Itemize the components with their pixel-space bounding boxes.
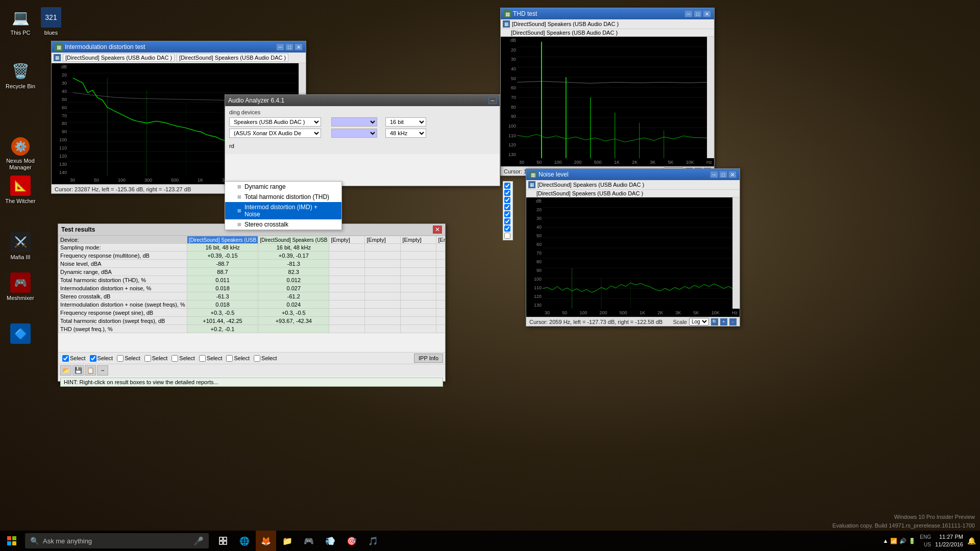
- cb4[interactable]: [504, 204, 510, 210]
- results-save-btn[interactable]: 💾: [72, 365, 84, 375]
- menu-item-dynamic-range[interactable]: ⊞ Dynamic range: [225, 182, 341, 192]
- taskbar-edge-btn[interactable]: 🌐: [234, 531, 255, 551]
- select-cb-2[interactable]: [90, 355, 96, 362]
- select-cb-8[interactable]: [254, 355, 260, 362]
- analyzer-device1-select[interactable]: Speakers (USB Audio DAC ): [229, 117, 321, 127]
- analyzer-rd-row: rd: [229, 143, 496, 149]
- witcher-icon: ⚔️: [10, 232, 31, 252]
- cb1[interactable]: [504, 183, 510, 189]
- select-row: Select Select Select Select Select: [60, 354, 279, 363]
- action-center-btn[interactable]: 🔔: [967, 537, 976, 545]
- cb2[interactable]: [504, 190, 510, 196]
- noise-title: Noise level: [538, 171, 569, 178]
- desktop-icon-blues[interactable]: 321 blues: [33, 5, 69, 38]
- noise-zoomout-btn[interactable]: -: [729, 318, 737, 325]
- cb5[interactable]: [504, 211, 510, 217]
- results-minus-btn[interactable]: −: [97, 365, 108, 375]
- table-row: THD (swept freq.), % +0.2, -0.1 ▦: [59, 325, 446, 333]
- row-dynamic-label: Dynamic range, dBA: [59, 268, 187, 276]
- noise-scrollbar[interactable]: [732, 197, 740, 309]
- svg-rect-43: [7, 536, 11, 540]
- select-label-6[interactable]: Select: [199, 355, 223, 362]
- results-table-container[interactable]: Device: [DirectSound] Speakers (USB [Dir…: [58, 236, 445, 352]
- select-label-1[interactable]: Select: [62, 355, 86, 362]
- select-label-7[interactable]: Select: [226, 355, 250, 362]
- cb8[interactable]: [504, 233, 510, 239]
- ipp-info-btn[interactable]: IPP Info: [414, 354, 443, 363]
- analyzer-device2-select[interactable]: (ASUS Xonar DX Audio De: [229, 129, 321, 138]
- select-label-3[interactable]: Select: [117, 355, 140, 362]
- results-close-btn[interactable]: ✕: [433, 226, 442, 234]
- menu-item-imd[interactable]: ⊞ Intermod distortion (IMD) + Noise: [225, 202, 341, 219]
- thd-x-axis: 30 50 100 200 500 1K 2K 3K 5K 10K Hz: [501, 158, 714, 166]
- analyzer-bits-select[interactable]: 16 bit: [385, 117, 426, 127]
- noise-zoomin-btn[interactable]: +: [720, 318, 727, 325]
- analyzer-minimize-btn[interactable]: ─: [488, 97, 497, 104]
- imd-device1-selector[interactable]: [DirectSound] Speakers (USB Audio DAC ): [63, 54, 175, 62]
- start-button[interactable]: [0, 531, 23, 551]
- imd-close-btn[interactable]: ✕: [295, 43, 303, 51]
- results-open-btn[interactable]: 📂: [60, 365, 71, 375]
- imd-maximize-btn[interactable]: □: [285, 43, 293, 51]
- select-label-8[interactable]: Select: [254, 355, 277, 362]
- select-cb-7[interactable]: [226, 355, 233, 362]
- noise-titlebar[interactable]: ▦ Noise level ─ □ ✕: [526, 169, 740, 180]
- thd-close-btn[interactable]: ✕: [703, 10, 711, 17]
- thd-maximize-btn[interactable]: □: [694, 10, 702, 17]
- desktop-icon-witcher[interactable]: ⚔️ Mafia III: [3, 230, 38, 263]
- row-freq-v2: +0.39, -0.17: [258, 252, 329, 260]
- analyzer-samplerate-select[interactable]: 48 kHz: [385, 129, 426, 138]
- menu-item-crosstalk[interactable]: ⊞ Stereo crosstalk: [225, 219, 341, 230]
- noise-status-bar: Cursor: 2059 Hz, left = -127.73 dB, righ…: [526, 317, 740, 326]
- imd-minimize-btn[interactable]: ─: [276, 43, 284, 51]
- select-label-4[interactable]: Select: [144, 355, 168, 362]
- results-copy-btn[interactable]: 📋: [85, 365, 96, 375]
- imd-titlebar[interactable]: ▦ Intermodulation distortion test ─ □ ✕: [52, 41, 306, 53]
- taskbar-folder-btn[interactable]: 📁: [277, 531, 298, 551]
- analyzer-titlebar[interactable]: Audio Analyzer 6.4.1 ─: [225, 95, 500, 106]
- thd-titlebar[interactable]: ▦ THD test ─ □ ✕: [501, 8, 714, 19]
- clock[interactable]: 11:27 PM 11/22/2016: [935, 533, 963, 549]
- taskbar-music-btn[interactable]: 🎵: [363, 531, 383, 551]
- desktop-icon-recycle-bin[interactable]: 🗑️ Recycle Bin: [3, 59, 38, 92]
- select-cb-5[interactable]: [172, 355, 178, 362]
- cb6[interactable]: [504, 218, 510, 224]
- analyzer-device2-opt[interactable]: [331, 129, 377, 138]
- taskbar-origin-btn[interactable]: 🎮: [299, 531, 319, 551]
- witcher-label: Mafia III: [5, 254, 36, 261]
- select-label-5[interactable]: Select: [172, 355, 195, 362]
- desktop-icon-meshmixer[interactable]: 🔷: [3, 321, 38, 348]
- task-view-btn[interactable]: [213, 531, 233, 551]
- noise-graph[interactable]: [543, 197, 732, 309]
- search-bar[interactable]: 🔍 Ask me anything 🎤: [25, 533, 209, 548]
- desktop-icon-nexus[interactable]: ⚙️ Nexus Mod Manager: [3, 135, 38, 173]
- row-sampling-label: Sampling mode:: [59, 244, 187, 252]
- thd-scrollbar[interactable]: [707, 37, 714, 158]
- desktop-icon-sketchup[interactable]: 📐 The Witcher: [3, 173, 38, 207]
- noise-minimize-btn[interactable]: ─: [710, 171, 718, 178]
- cb3[interactable]: [504, 197, 510, 203]
- analyzer-window-controls: ─: [488, 97, 497, 104]
- taskbar-ff-btn[interactable]: 🦊: [256, 531, 276, 551]
- thd-graph[interactable]: [517, 37, 707, 158]
- select-cb-4[interactable]: [144, 355, 151, 362]
- taskbar-steam-btn[interactable]: 💨: [320, 531, 340, 551]
- noise-close-btn[interactable]: ✕: [728, 171, 737, 178]
- search-placeholder: Ask me anything: [43, 537, 92, 545]
- select-cb-6[interactable]: [199, 355, 206, 362]
- taskbar-uplay-btn[interactable]: 🎯: [341, 531, 362, 551]
- analyzer-device1-opt[interactable]: [331, 117, 377, 127]
- imd-device2-selector[interactable]: [DirectSound] Speakers (USB Audio DAC ): [177, 54, 288, 62]
- select-cb-1[interactable]: [62, 355, 69, 362]
- menu-item-thd[interactable]: ⊞ Total harmonic distortion (THD): [225, 192, 341, 202]
- sys-tray-arrow[interactable]: ▲: [883, 538, 888, 544]
- noise-scale-select[interactable]: Log: [689, 318, 709, 325]
- noise-zoom-btn[interactable]: 🔍: [711, 318, 718, 325]
- desktop-icon-mafia[interactable]: 🎮 Meshmixer: [3, 270, 38, 304]
- analyzer-content: ding devices Speakers (USB Audio DAC ) 1…: [225, 106, 500, 154]
- thd-minimize-btn[interactable]: ─: [684, 10, 693, 17]
- cb7[interactable]: [504, 226, 510, 232]
- select-cb-3[interactable]: [117, 355, 124, 362]
- select-label-2[interactable]: Select: [90, 355, 113, 362]
- noise-maximize-btn[interactable]: □: [719, 171, 727, 178]
